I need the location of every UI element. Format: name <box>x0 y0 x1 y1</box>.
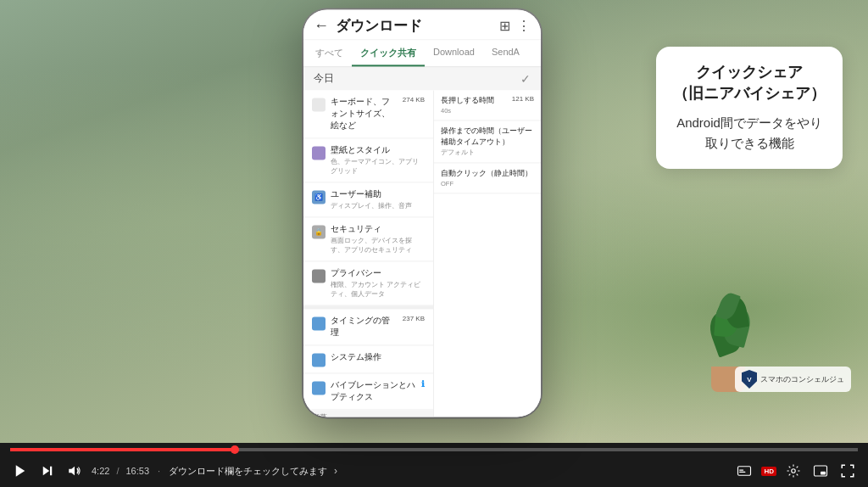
total-time: 16:53 <box>125 466 149 476</box>
captions-icon <box>737 463 752 479</box>
video-content: ← ダウンロード ⊞ ⋮ すべて クイック共有 Download SendA 今… <box>0 0 868 443</box>
settings-text-block: ユーザー補助 ディスプレイ、操作、音声 <box>331 188 425 210</box>
grid-icon[interactable]: ⊞ <box>499 18 510 34</box>
right-title: 長押しする時間 <box>441 95 494 106</box>
settings-text-block: セキュリティ 画面ロック、デバイスを探す、アプリのセキュリティ <box>331 223 425 255</box>
right-subtitle: デフォルト <box>441 148 534 157</box>
settings-title: タイミングの管理 <box>331 315 398 339</box>
check-icon: ✓ <box>520 72 531 86</box>
bullet-separator: · <box>158 466 160 476</box>
svg-marker-0 <box>16 465 25 477</box>
tab-senda[interactable]: SendA <box>483 40 528 66</box>
settings-title: システム操作 <box>331 351 425 363</box>
right-subtitle: OFF <box>441 180 534 188</box>
settings-title: プライバシー <box>331 267 425 279</box>
svg-rect-9 <box>821 472 826 475</box>
right-title: 操作までの時間（ユーザー補助タイムアウト） <box>441 126 534 148</box>
settings-item: 壁紙とスタイル 色、テーマアイコン、アプリグリッド <box>303 138 433 182</box>
captions-button[interactable] <box>734 461 754 481</box>
section-divider-label: 字幕 <box>303 410 433 417</box>
chevron-icon: › <box>334 465 337 477</box>
section-header: 今日 ✓ <box>303 67 541 90</box>
svg-marker-1 <box>43 467 50 476</box>
settings-item-icon: ♿ <box>312 190 326 204</box>
current-time: 4:22 <box>92 466 109 476</box>
progress-dot <box>231 445 239 454</box>
right-item: 操作までの時間（ユーザー補助タイムアウト） デフォルト <box>434 120 541 163</box>
settings-item: 🔒 セキュリティ 画面ロック、デバイスを探す、アプリのセキュリティ <box>303 217 433 261</box>
settings-text-block: 壁紙とスタイル 色、テーマアイコン、アプリグリッド <box>331 144 425 176</box>
settings-title: キーボード、フォントサイズ、絵など <box>331 96 398 132</box>
settings-title: セキュリティ <box>331 223 425 235</box>
fullscreen-button[interactable] <box>837 461 858 481</box>
settings-item-icon <box>312 146 326 160</box>
settings-item-icon <box>312 381 326 395</box>
video-title: ダウンロード欄をチェックしてみます <box>169 465 327 478</box>
settings-icon <box>786 463 801 479</box>
settings-text-block: システム操作 <box>331 351 425 363</box>
miniplayer-button[interactable] <box>810 461 831 481</box>
right-item: 自動クリック（静止時間） OFF <box>434 163 541 193</box>
time-separator: / <box>116 466 119 476</box>
settings-subtitle: ディスプレイ、操作、音声 <box>331 201 425 210</box>
file-size: 274 KB <box>403 96 425 104</box>
right-size: 121 KB <box>512 95 534 103</box>
settings-text-block: タイミングの管理 <box>331 315 398 339</box>
play-icon <box>13 463 28 479</box>
settings-item-icon <box>312 269 326 283</box>
callout-box: クイックシェア（旧ニアバイシェア） Android間でデータをやり取りできる機能 <box>656 47 843 169</box>
left-panel: キーボード、フォントサイズ、絵など 274 KB 壁紙とスタイル 色、テーマアイ… <box>303 90 434 417</box>
settings-item: プライバシー 権限、アカウント アクティビティ、個人データ <box>303 261 433 305</box>
settings-subtitle: 色、テーマアイコン、アプリグリッド <box>331 157 425 176</box>
watermark: V スマホのコンシェルジュ <box>735 367 851 392</box>
svg-rect-4 <box>738 467 751 476</box>
controls-right: HD <box>734 461 858 481</box>
settings-button[interactable] <box>783 461 804 481</box>
svg-rect-6 <box>739 472 746 473</box>
watermark-text: スマホのコンシェルジュ <box>760 374 844 385</box>
right-panel: 長押しする時間 121 KB 40s 操作までの時間（ユーザー補助タイムアウト）… <box>434 90 541 417</box>
section-label: 今日 <box>314 71 334 86</box>
svg-rect-5 <box>739 470 743 471</box>
volume-button[interactable] <box>64 461 85 481</box>
settings-item-icon: 🔒 <box>312 225 326 238</box>
skip-button[interactable] <box>37 461 58 481</box>
settings-text-block: プライバシー 権限、アカウント アクティビティ、個人データ <box>331 267 425 299</box>
video-controls-bar[interactable]: 4:22 / 16:53 · ダウンロード欄をチェックしてみます › HD <box>0 443 868 487</box>
back-button[interactable]: ← <box>314 17 329 35</box>
callout-body: Android間でデータをやり取りできる機能 <box>673 113 826 154</box>
play-button[interactable] <box>10 461 31 481</box>
settings-subtitle: 権限、アカウント アクティビティ、個人データ <box>331 280 425 299</box>
tab-download[interactable]: Download <box>425 40 483 66</box>
shield-icon: V <box>742 370 757 389</box>
progress-bar[interactable] <box>10 448 858 451</box>
fullscreen-icon <box>840 463 855 479</box>
file-size: 237 KB <box>403 315 425 322</box>
settings-title: ユーザー補助 <box>331 188 425 200</box>
settings-item-icon <box>312 316 326 330</box>
controls-row: 4:22 / 16:53 · ダウンロード欄をチェックしてみます › HD <box>10 455 858 487</box>
right-item: 長押しする時間 121 KB 40s <box>434 90 541 120</box>
settings-item: バイブレーションとハプティクス ℹ <box>303 373 433 410</box>
settings-title: バイブレーションとハプティクス <box>331 379 416 403</box>
phone-title: ダウンロード <box>336 16 492 36</box>
info-badge: ℹ <box>421 379 425 389</box>
skip-icon <box>40 463 55 479</box>
tab-all[interactable]: すべて <box>307 40 352 66</box>
progress-fill <box>10 448 235 451</box>
settings-title: 壁紙とスタイル <box>331 144 425 156</box>
settings-subtitle: 画面ロック、デバイスを探す、アプリのセキュリティ <box>331 236 425 255</box>
phone-content: キーボード、フォントサイズ、絵など 274 KB 壁紙とスタイル 色、テーマアイ… <box>303 90 541 417</box>
right-subtitle: 40s <box>441 107 534 115</box>
svg-rect-2 <box>50 467 52 476</box>
more-icon[interactable]: ⋮ <box>517 18 531 34</box>
settings-item-icon <box>312 98 326 111</box>
volume-icon <box>67 463 82 479</box>
settings-text-block: バイブレーションとハプティクス <box>331 379 416 403</box>
phone-topbar: ← ダウンロード ⊞ ⋮ <box>303 9 541 40</box>
video-player: ← ダウンロード ⊞ ⋮ すべて クイック共有 Download SendA 今… <box>0 0 868 487</box>
svg-point-7 <box>792 469 796 473</box>
phone-frame: ← ダウンロード ⊞ ⋮ すべて クイック共有 Download SendA 今… <box>303 9 541 417</box>
tab-quick-share[interactable]: クイック共有 <box>352 40 425 66</box>
settings-item: タイミングの管理 237 KB <box>303 309 433 345</box>
